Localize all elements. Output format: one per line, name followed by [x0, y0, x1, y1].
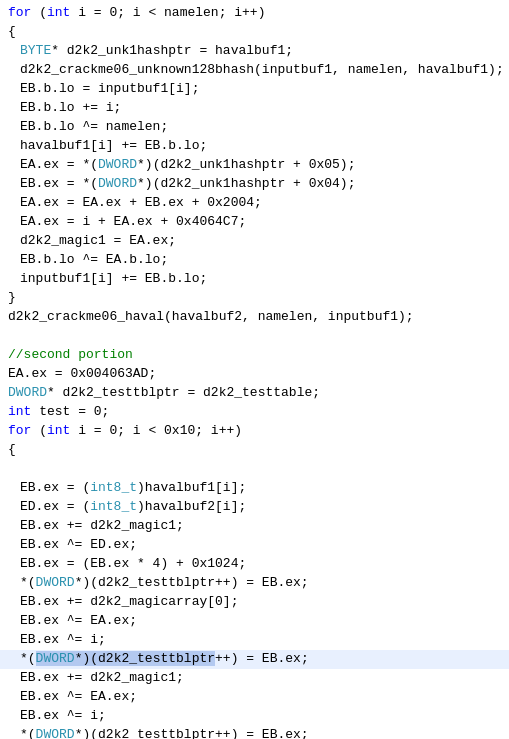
code-line: EB.b.lo ^= EA.b.lo; [0, 251, 509, 270]
code-block: for (int i = 0; i < namelen; i++) { BYTE… [0, 0, 509, 739]
code-line: EB.ex += d2k2_magic1; [0, 517, 509, 536]
code-line: EB.b.lo += i; [0, 99, 509, 118]
code-line: for (int i = 0; i < 0x10; i++) [0, 422, 509, 441]
code-line: EA.ex = 0x004063AD; [0, 365, 509, 384]
code-line: BYTE* d2k2_unk1hashptr = havalbuf1; [0, 42, 509, 61]
code-line: EB.ex ^= ED.ex; [0, 536, 509, 555]
code-line: EB.ex = *(DWORD*)(d2k2_unk1hashptr + 0x0… [0, 175, 509, 194]
code-line: EA.ex = *(DWORD*)(d2k2_unk1hashptr + 0x0… [0, 156, 509, 175]
code-line: EB.b.lo ^= namelen; [0, 118, 509, 137]
code-line: EB.ex ^= EA.ex; [0, 612, 509, 631]
code-line: { [0, 23, 509, 42]
code-line: EB.ex ^= i; [0, 631, 509, 650]
code-line: EA.ex = EA.ex + EB.ex + 0x2004; [0, 194, 509, 213]
code-line: EB.ex = (EB.ex * 4) + 0x1024; [0, 555, 509, 574]
code-line: DWORD* d2k2_testtblptr = d2k2_testtable; [0, 384, 509, 403]
code-line: EB.ex ^= EA.ex; [0, 688, 509, 707]
code-line: } [0, 289, 509, 308]
code-line: for (int i = 0; i < namelen; i++) [0, 4, 509, 23]
code-line [0, 327, 509, 346]
code-line: d2k2_crackme06_unknown128bhash(inputbuf1… [0, 61, 509, 80]
code-line: ED.ex = (int8_t)havalbuf2[i]; [0, 498, 509, 517]
code-line: *(DWORD*)(d2k2_testtblptr++) = EB.ex; [0, 574, 509, 593]
code-line: *(DWORD*)(d2k2_testtblptr++) = EB.ex; [0, 726, 509, 739]
code-line [0, 460, 509, 479]
code-line: EB.ex += d2k2_magic1; [0, 669, 509, 688]
code-line: EB.ex ^= i; [0, 707, 509, 726]
code-line: EB.b.lo = inputbuf1[i]; [0, 80, 509, 99]
code-line: inputbuf1[i] += EB.b.lo; [0, 270, 509, 289]
code-line: d2k2_magic1 = EA.ex; [0, 232, 509, 251]
code-line: EB.ex += d2k2_magicarray[0]; [0, 593, 509, 612]
code-line: EB.ex = (int8_t)havalbuf1[i]; [0, 479, 509, 498]
code-line: //second portion [0, 346, 509, 365]
code-line: int test = 0; [0, 403, 509, 422]
code-line: { [0, 441, 509, 460]
code-line-highlighted: *(DWORD*)(d2k2_testtblptr++) = EB.ex; [0, 650, 509, 669]
code-line: EA.ex = i + EA.ex + 0x4064C7; [0, 213, 509, 232]
code-line: havalbuf1[i] += EB.b.lo; [0, 137, 509, 156]
code-line: d2k2_crackme06_haval(havalbuf2, namelen,… [0, 308, 509, 327]
